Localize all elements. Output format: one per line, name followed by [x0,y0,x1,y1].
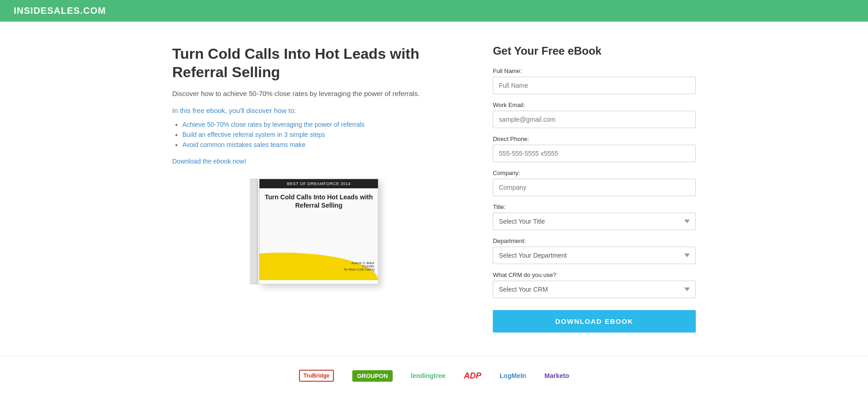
site-logo: INSIDESALES.COM [14,6,106,16]
direct-phone-input[interactable] [493,145,696,162]
download-cta-text: Download the ebook now! [172,158,465,165]
department-select[interactable]: Select Your Department Sales Marketing I… [493,247,696,264]
company-label: Company: [493,169,696,176]
direct-phone-group: Direct Phone: [493,135,696,162]
work-email-group: Work Email: [493,102,696,128]
bullet-item-3: Avoid common mistakes sales teams make [182,141,465,148]
logo-com: .COM [80,6,106,16]
bullet-item-1: Achieve 50-70% close rates by leveraging… [182,121,465,128]
title-select[interactable]: Select Your Title Mr. Ms. Dr. Prof. [493,213,696,230]
logo-sales: SALES [47,6,80,16]
book-decoration [259,234,378,280]
book-spine [250,179,258,284]
crm-group: What CRM do you use? Select Your CRM Sal… [493,271,696,298]
work-email-label: Work Email: [493,102,696,108]
book-cover: BEST OF DREAMFORCE 2014 Turn Cold Calls … [259,179,378,284]
company-input[interactable] [493,179,696,196]
partner-logos-section: TruBridge GROUPON lendingtree ADP LogMeI… [0,356,868,400]
title-group: Title: Select Your Title Mr. Ms. Dr. Pro… [493,203,696,230]
book-title: Turn Cold Calls Into Hot Leads with Refe… [264,193,373,209]
form-title: Get Your Free eBook [493,45,696,57]
book-image: BEST OF DREAMFORCE 2014 Turn Cold Calls … [250,179,388,298]
full-name-group: Full Name: [493,68,696,94]
discover-intro: In this free ebook, you'll discover how … [172,107,465,114]
book-image-container: BEST OF DREAMFORCE 2014 Turn Cold Calls … [172,179,465,298]
department-label: Department: [493,237,696,244]
title-label: Title: [493,203,696,210]
left-column: Turn Cold Calls Into Hot Leads with Refe… [172,45,465,333]
download-ebook-button[interactable]: DOWNLOAD EBOOK [493,310,696,333]
full-name-label: Full Name: [493,68,696,74]
book-banner: BEST OF DREAMFORCE 2014 [259,179,378,188]
ebook-form: Full Name: Work Email: Direct Phone: Com… [493,68,696,333]
bullet-list: Achieve 50-70% close rates by leveraging… [172,121,465,148]
company-group: Company: [493,169,696,196]
logo-adp: ADP [464,371,481,381]
direct-phone-label: Direct Phone: [493,135,696,142]
full-name-input[interactable] [493,77,696,94]
logo-lendingtree: lendingtree [411,372,445,379]
book-author: Joanne S. Black Founder No More Cold Cal… [344,261,375,271]
logo-trubridge: TruBridge [299,370,334,382]
crm-label: What CRM do you use? [493,271,696,278]
work-email-input[interactable] [493,111,696,128]
main-container: Turn Cold Calls Into Hot Leads with Refe… [158,22,710,351]
page-headline: Turn Cold Calls Into Hot Leads with Refe… [172,45,465,81]
logo-marketo: Marketo [545,372,569,379]
department-group: Department: Select Your Department Sales… [493,237,696,264]
right-column: Get Your Free eBook Full Name: Work Emai… [493,45,696,333]
bullet-item-2: Build an effective referral system in 3 … [182,131,465,138]
logo-inside: INSIDE [14,6,47,16]
logo-groupon: GROUPON [352,370,392,382]
book-body: Turn Cold Calls Into Hot Leads with Refe… [259,188,378,280]
logo-logmein: LogMeIn [500,372,526,379]
site-header: INSIDESALES.COM [0,0,868,22]
crm-select[interactable]: Select Your CRM Salesforce HubSpot Micro… [493,281,696,298]
page-subtitle: Discover how to achieve 50-70% close rat… [172,90,465,97]
